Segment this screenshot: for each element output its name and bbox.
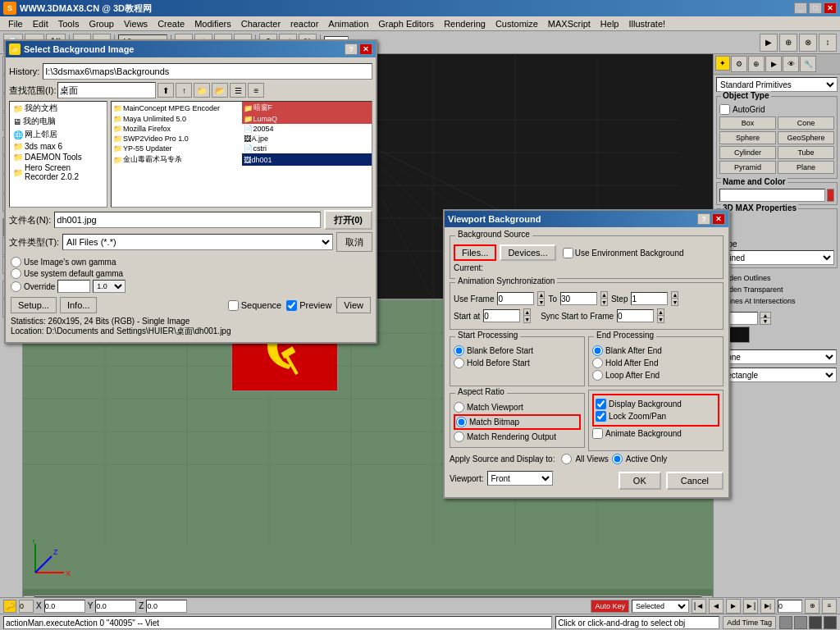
menu-animation[interactable]: Animation	[323, 17, 373, 30]
active-only-radio[interactable]	[612, 454, 623, 464]
display-bg-checkbox[interactable]	[596, 399, 606, 409]
match-bitmap-radio[interactable]	[456, 417, 467, 427]
blank-before-radio[interactable]	[454, 345, 464, 356]
sequence-checkbox[interactable]	[228, 300, 239, 311]
sync-spin-down[interactable]: ▼	[658, 316, 664, 322]
menu-rendering[interactable]: Rendering	[439, 17, 491, 30]
vp-help-btn[interactable]: ?	[697, 213, 710, 225]
nav-up-btn[interactable]: ⬆	[158, 83, 174, 98]
devices-button[interactable]: Devices...	[500, 244, 555, 261]
add-time-tag-button[interactable]: Add Time Tag	[723, 616, 776, 629]
type-select[interactable]: ltlined	[719, 250, 834, 265]
sphere-button[interactable]: Sphere	[719, 131, 776, 144]
play-btn[interactable]: ►	[726, 599, 741, 614]
nav-btn1[interactable]: ▶	[760, 34, 778, 52]
blank-after-radio[interactable]	[592, 345, 603, 356]
menu-create[interactable]: Create	[153, 17, 189, 30]
open-file-button[interactable]: 打开(0)	[324, 210, 372, 230]
all-views-radio[interactable]	[561, 454, 572, 464]
to-spin-up[interactable]: ▲	[601, 292, 607, 299]
cylinder-button[interactable]: Cylinder	[719, 146, 776, 159]
vp-close-btn[interactable]: ✕	[712, 213, 725, 225]
file-lumaq[interactable]: 📁 LumaQ	[242, 114, 372, 124]
menu-edit[interactable]: Edit	[28, 17, 53, 30]
tree-daemon[interactable]: 📁 DAEMON Tools	[10, 152, 107, 162]
menu-customize[interactable]: Customize	[491, 17, 543, 30]
match-rendering-radio[interactable]	[454, 431, 464, 442]
cancel-button[interactable]: Cancel	[666, 472, 724, 490]
mini-btn2[interactable]: ≡	[822, 599, 837, 614]
tab-motion[interactable]: ▶	[765, 56, 782, 72]
nav-btn2[interactable]: ⊕	[779, 34, 797, 52]
nav-detail-btn[interactable]: ≡	[248, 83, 264, 98]
files-button[interactable]: Files...	[454, 244, 496, 261]
loop-after-radio[interactable]	[592, 370, 603, 381]
hold-before-radio[interactable]	[454, 358, 464, 368]
name-input[interactable]	[719, 189, 825, 202]
tree-3dsmax[interactable]: 📁 3ds max 6	[10, 141, 107, 152]
file-20054[interactable]: 📄 20054	[242, 124, 372, 134]
lock-zoom-checkbox[interactable]	[596, 411, 606, 422]
filetype-select[interactable]: All Files (*.*)	[62, 234, 333, 250]
use-env-checkbox[interactable]	[563, 248, 573, 258]
box-button[interactable]: Box	[719, 116, 776, 130]
key-status-select[interactable]: Selected	[632, 600, 689, 613]
menu-reactor[interactable]: reactor	[285, 17, 323, 30]
timeline-pos[interactable]	[20, 602, 33, 610]
menu-illustrate[interactable]: Illustrate!	[623, 17, 670, 30]
nav-folder-btn[interactable]: 📁	[194, 83, 210, 98]
menu-modifiers[interactable]: Modifiers	[189, 17, 236, 30]
none-select[interactable]: None	[717, 349, 837, 364]
nav-btn3[interactable]: ⊗	[799, 34, 817, 52]
sync-start-input[interactable]	[617, 309, 654, 322]
gamma-system-radio[interactable]	[11, 268, 21, 279]
menu-character[interactable]: Character	[236, 17, 285, 30]
folder-tree[interactable]: 📁 我的文档 🖥 我的电脑 🌐 网上邻居 📁 3ds max 6	[9, 101, 107, 208]
tab-modify[interactable]: ⚙	[731, 56, 747, 72]
rectangle-select[interactable]: Rectangle	[717, 368, 837, 382]
minimize-button[interactable]: _	[794, 2, 807, 14]
history-input[interactable]	[43, 63, 372, 80]
step-input[interactable]	[631, 292, 668, 305]
frame-counter[interactable]	[778, 600, 802, 613]
match-viewport-radio[interactable]	[454, 402, 464, 413]
mini-btn1[interactable]: ⊕	[805, 599, 819, 614]
file-cstri[interactable]: 📄 cstri	[242, 144, 372, 153]
gamma-override-select[interactable]: 1.0	[93, 280, 126, 293]
ok-button[interactable]: OK	[619, 472, 661, 490]
pyramid-button[interactable]: Pyramid	[719, 161, 776, 174]
x-input[interactable]	[44, 600, 85, 613]
prev-frame-btn[interactable]: ◄	[709, 599, 724, 614]
file-ankua[interactable]: 📁 暗窗F	[242, 102, 372, 114]
file-list[interactable]: 📁 MainConcept MPEG Encoder 📁 暗窗F 📁 Maya …	[111, 101, 372, 208]
file-yp55[interactable]: 📁 YP-55 Updater	[112, 144, 242, 153]
search-input[interactable]	[57, 82, 156, 98]
tree-my-docs[interactable]: 📁 我的文档	[10, 102, 107, 115]
z-input[interactable]	[146, 600, 187, 613]
close-button[interactable]: ✕	[824, 2, 837, 14]
setup-button[interactable]: Setup...	[11, 297, 57, 313]
cancel-file-button[interactable]: 取消	[336, 232, 372, 252]
tube-button[interactable]: Tube	[778, 146, 834, 159]
nav-back-btn[interactable]: ↑	[176, 83, 192, 98]
tab-create[interactable]: ✦	[715, 56, 730, 71]
cone-button[interactable]: Cone	[778, 116, 834, 130]
start-at-spin-up[interactable]: ▲	[524, 309, 530, 316]
tab-utilities[interactable]: 🔧	[800, 56, 816, 72]
file-mainconcept[interactable]: 📁 MainConcept MPEG Encoder	[112, 102, 242, 114]
tree-network[interactable]: 🌐 网上邻居	[10, 128, 107, 141]
color-swatch[interactable]	[827, 189, 834, 202]
to-input[interactable]	[560, 292, 597, 305]
autogrid-checkbox[interactable]	[719, 104, 730, 115]
filename-input[interactable]	[54, 212, 320, 228]
step-spin-up[interactable]: ▲	[672, 292, 678, 299]
spin-down[interactable]: ▼	[760, 318, 770, 324]
gamma-override-radio[interactable]	[11, 281, 21, 292]
animate-bg-checkbox[interactable]	[592, 428, 603, 439]
geosphere-button[interactable]: GeoSphere	[778, 131, 834, 144]
play-end-btn[interactable]: ▶|	[760, 599, 775, 614]
next-frame-btn[interactable]: ►|	[743, 599, 758, 614]
start-at-spin-down[interactable]: ▼	[524, 316, 530, 322]
hold-after-radio[interactable]	[592, 358, 603, 368]
menu-tools[interactable]: Tools	[53, 17, 84, 30]
